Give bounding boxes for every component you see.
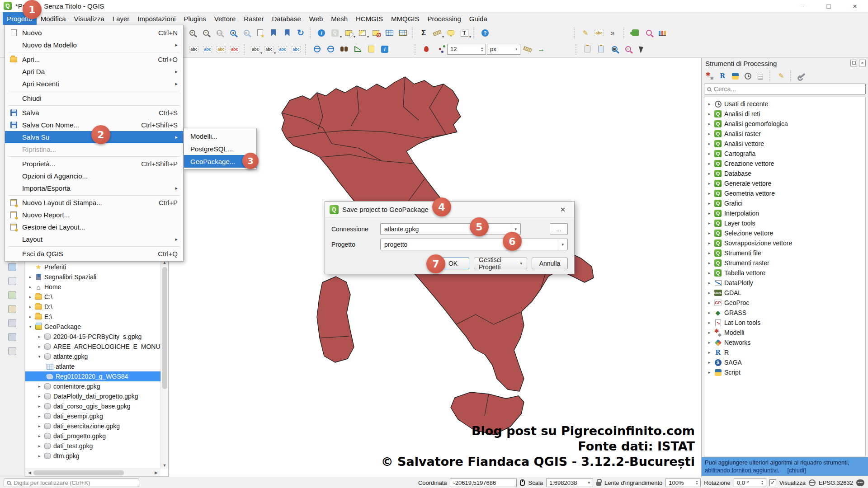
toolbox-provider-geoproc[interactable]: ▸GeoProc xyxy=(704,298,865,308)
search-binoculars-icon[interactable] xyxy=(338,43,350,56)
left-toolbar-icon-3[interactable] xyxy=(5,288,19,302)
toolbox-group[interactable]: ▸QAnalisi raster xyxy=(704,129,865,139)
browse-button[interactable]: ... xyxy=(550,223,568,235)
bookmarks-icon[interactable] xyxy=(281,27,293,39)
layer-labeling-icon[interactable] xyxy=(593,27,605,39)
toolbar-overflow-icon[interactable]: » xyxy=(606,27,619,39)
r-scripts-icon[interactable]: R xyxy=(717,70,728,81)
zoom-out-icon[interactable]: − xyxy=(199,27,212,39)
browser-item-d-drive[interactable]: ▸D:\ xyxy=(25,302,160,312)
menu-modifica[interactable]: Modifica xyxy=(37,12,70,25)
rotation-spinner[interactable]: 0,0 °▴▾ xyxy=(734,479,766,487)
left-toolbar-icon-2[interactable] xyxy=(5,274,19,288)
toolbox-provider-models[interactable]: ▸Modelli xyxy=(704,328,865,338)
zoom-last-icon[interactable]: ◂ xyxy=(226,27,239,39)
metadata-info-icon[interactable] xyxy=(378,43,391,56)
browser-item-gpkg-file[interactable]: ▸dati_corso_qgis_base.gpkg xyxy=(25,401,160,411)
toolbox-group[interactable]: ▸QCreazione vettore xyxy=(704,159,865,169)
menu-item-apri-recenti[interactable]: Apri Recenti▸ xyxy=(5,78,183,90)
toolbox-group[interactable]: ▸QAnalisi geomorfologica xyxy=(704,119,865,129)
project-combo[interactable]: progetto ▾ xyxy=(380,239,568,250)
pin-unpin-labels-icon[interactable]: ▾ xyxy=(249,43,262,56)
browser-item-gpkg-file[interactable]: ▸DataPlotly_dati_progetto.gpkg xyxy=(25,391,160,401)
toolbox-group[interactable]: ▸QSelezione vettore xyxy=(704,228,865,238)
maximize-button[interactable]: □ xyxy=(816,0,842,12)
text-annotation-icon[interactable]: T▾ xyxy=(458,27,471,39)
show-hide-labels-icon[interactable]: ▾ xyxy=(263,43,275,56)
browser-item-gpkg-file[interactable]: ▸dati_progetto.gpkg xyxy=(25,431,160,441)
browser-item-gpkg-file[interactable]: ▸2020-04-15-PCRByCity_s.gpkg xyxy=(25,332,160,342)
menu-mmqgis[interactable]: MMQGIS xyxy=(387,12,424,25)
toolbox-group[interactable]: ▸QTabella vettore xyxy=(704,268,865,278)
toolbox-group-recent[interactable]: ▸Usati di recente xyxy=(704,99,865,109)
new-bookmark-icon[interactable] xyxy=(254,27,266,39)
cancel-button[interactable]: Annulla xyxy=(532,258,568,269)
browser-item-gpkg-file[interactable]: ▸contenitore.gpkg xyxy=(25,381,160,391)
refresh-icon[interactable]: ↻ xyxy=(294,27,307,39)
layer-diagram-options-icon[interactable] xyxy=(201,43,214,56)
submenu-item-postgresql[interactable]: PostgreSQL... xyxy=(184,142,256,155)
menu-item-apri-da[interactable]: Apri Da▸ xyxy=(5,66,183,78)
menu-item-apri[interactable]: Apri...Ctrl+O xyxy=(5,53,183,66)
connection-combo[interactable]: atlante.gpkg ▾ xyxy=(380,223,521,235)
undock-panel-icon[interactable] xyxy=(850,60,857,66)
color-fill-icon[interactable] xyxy=(420,43,433,56)
browser-horizontal-scrollbar[interactable]: ◀▶ xyxy=(25,469,160,476)
magnifier-spinner[interactable]: 100%▴▾ xyxy=(665,479,701,487)
history-clock-icon[interactable] xyxy=(742,70,753,81)
browser-item-preferiti[interactable]: ★Preferiti xyxy=(25,262,160,272)
left-toolbar-icon-1[interactable] xyxy=(5,260,19,274)
menu-web[interactable]: Web xyxy=(305,12,327,25)
menu-vettore[interactable]: Vettore xyxy=(210,12,240,25)
highlight-labels-icon[interactable] xyxy=(215,43,227,56)
font-size-spinner[interactable]: 12 ▴▾ xyxy=(447,44,486,55)
close-notice-link[interactable]: [chiudi] xyxy=(787,467,806,474)
toolbox-group[interactable]: ▸QAnalisi vettore xyxy=(704,139,865,149)
results-viewer-icon[interactable] xyxy=(755,70,766,81)
select-features-icon[interactable]: ▾ xyxy=(342,27,355,39)
menu-mesh[interactable]: Mesh xyxy=(327,12,352,25)
toolbox-provider-gdal[interactable]: ▸GDAL xyxy=(704,288,865,298)
move-label-icon[interactable] xyxy=(276,43,289,56)
paste-style-icon[interactable] xyxy=(594,43,607,56)
scale-combo[interactable]: 1:6982038▾ xyxy=(546,479,593,487)
toolbox-provider-latlon[interactable]: ▸Lat Lon tools xyxy=(704,318,865,328)
menu-guida[interactable]: Guida xyxy=(465,12,491,25)
zoom-next-icon[interactable]: ▸ xyxy=(240,27,253,39)
submenu-item-modelli[interactable]: Modelli... xyxy=(184,130,256,142)
menu-hcmgis[interactable]: HCMGIS xyxy=(352,12,387,25)
locator-search-input[interactable]: Digita per localizzare (Ctrl+K) xyxy=(4,479,139,487)
browser-item-segnalibri[interactable]: ▸Segnalibri Spaziali xyxy=(25,272,160,282)
angle-ruler-icon[interactable] xyxy=(521,43,534,56)
menu-item-chiudi[interactable]: Chiudi xyxy=(5,92,183,104)
profile-chart-icon[interactable] xyxy=(351,43,364,56)
browser-item-gpkg-file[interactable]: ▸dtm.gpkg xyxy=(25,451,160,461)
browser-item-atlante-gpkg[interactable]: ▾atlante.gpkg xyxy=(25,352,160,361)
copy-style-icon[interactable] xyxy=(581,43,594,56)
toolbox-group[interactable]: ▸QStrumenti file xyxy=(704,248,865,258)
browser-item-c-drive[interactable]: ▸C:\ xyxy=(25,292,160,302)
enable-providers-link[interactable]: abilitando fornitori aggiuntivi. xyxy=(705,467,779,474)
render-checkbox[interactable] xyxy=(769,479,776,486)
pointer-tool-icon[interactable] xyxy=(635,43,648,56)
browser-item-home[interactable]: ▸⌂Home xyxy=(25,282,160,292)
toolbox-provider-dataplotly[interactable]: ▸DataPlotly xyxy=(704,278,865,288)
left-toolbar-icon-4[interactable] xyxy=(5,302,19,316)
menu-item-gestore-layout[interactable]: Gestore dei Layout... xyxy=(5,221,183,233)
toolbox-group[interactable]: ▸QStrumenti raster xyxy=(704,258,865,268)
models-gears-icon[interactable] xyxy=(704,70,715,81)
topology-checker-icon[interactable] xyxy=(434,43,446,56)
measure-icon[interactable]: ▾ xyxy=(431,27,443,39)
options-wrench-icon[interactable] xyxy=(797,70,807,81)
snapping-arrow-icon[interactable]: → xyxy=(535,43,547,56)
browser-item-gpkg-file[interactable]: ▸dati_esercitazione.gpkg xyxy=(25,421,160,431)
toolbox-group[interactable]: ▸QAnalisi di reti xyxy=(704,109,865,119)
toolbox-group[interactable]: ▸QGeometria vettore xyxy=(704,188,865,198)
change-label-icon[interactable] xyxy=(228,43,241,56)
toolbox-provider-networks[interactable]: ▸Networks xyxy=(704,338,865,347)
help-icon[interactable]: ? xyxy=(479,27,491,39)
menu-item-nuovo-layout[interactable]: Nuovo Layout di Stampa...Ctrl+P xyxy=(5,197,183,209)
menu-raster[interactable]: Raster xyxy=(240,12,268,25)
toolbox-group[interactable]: ▸QInterpolation xyxy=(704,208,865,218)
lock-scale-icon[interactable] xyxy=(596,482,601,486)
